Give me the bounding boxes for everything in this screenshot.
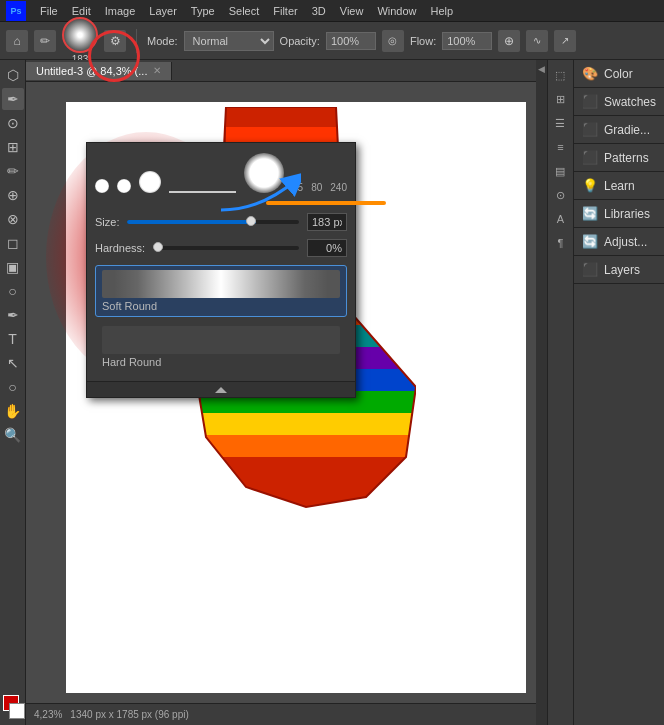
menu-view[interactable]: View: [340, 5, 364, 17]
angle-icon[interactable]: ↗: [554, 30, 576, 52]
brush-tool-icon[interactable]: ✏: [34, 30, 56, 52]
svg-rect-2: [196, 413, 416, 435]
adjustments-icon: 🔄: [582, 234, 598, 249]
patterns-section-header[interactable]: ⬛ Patterns: [574, 144, 664, 171]
smoothing-icon[interactable]: ∿: [526, 30, 548, 52]
eraser-tool[interactable]: ◻: [2, 232, 24, 254]
tab-bar: Untitled-3 @ 84,3% (... ✕: [26, 60, 536, 82]
main-area: ⬡ ✒ ⊙ ⊞ ✏ ⊕ ⊗ ◻ ▣ ○ ✒ T ↖ ○ ✋ 🔍 Untitled…: [0, 60, 664, 725]
mode-select[interactable]: Normal: [184, 31, 274, 51]
healing-tool[interactable]: ⊕: [2, 184, 24, 206]
move-tool[interactable]: ⬡: [2, 64, 24, 86]
panel-collapse-strip[interactable]: ◀: [536, 60, 548, 725]
background-color[interactable]: [9, 703, 25, 719]
canvas-content[interactable]: 15 80 240 Size: Hardness:: [26, 82, 536, 703]
hardness-thumb[interactable]: [153, 242, 163, 252]
menu-help[interactable]: Help: [431, 5, 454, 17]
opacity-input[interactable]: [326, 32, 376, 50]
brush-size-240: 240: [330, 182, 347, 193]
menu-3d[interactable]: 3D: [312, 5, 326, 17]
libraries-label: Libraries: [604, 207, 650, 221]
panel-icon-6[interactable]: ⊙: [549, 184, 571, 206]
panel-icon-strip: ⬚ ⊞ ☰ ≡ ▤ ⊙ A ¶: [548, 60, 574, 725]
brush-size-80: 80: [311, 182, 322, 193]
brush-settings-icon[interactable]: ⚙: [104, 30, 126, 52]
document-tab[interactable]: Untitled-3 @ 84,3% (... ✕: [26, 62, 172, 80]
clone-tool[interactable]: ⊗: [2, 208, 24, 230]
swatches-section: ⬛ Swatches: [574, 88, 664, 116]
patterns-label: Patterns: [604, 151, 649, 165]
learn-label: Learn: [604, 179, 635, 193]
size-slider-thumb[interactable]: [246, 216, 256, 226]
text-tool[interactable]: T: [2, 328, 24, 350]
ps-logo: Ps: [6, 1, 26, 21]
color-section-header[interactable]: 🎨 Color: [574, 60, 664, 87]
learn-icon: 💡: [582, 178, 598, 193]
path-tool[interactable]: ↖: [2, 352, 24, 374]
lasso-tool[interactable]: ⊙: [2, 112, 24, 134]
size-value-input[interactable]: [307, 213, 347, 231]
layers-section-header[interactable]: ⬛ Layers: [574, 256, 664, 283]
menu-layer[interactable]: Layer: [149, 5, 177, 17]
right-panel-container: ◀ ⬚ ⊞ ☰ ≡ ▤ ⊙ A ¶ 🎨 Color ⬛ Swa: [536, 60, 664, 725]
shape-tool[interactable]: ○: [2, 376, 24, 398]
adjustments-section: 🔄 Adjust...: [574, 228, 664, 256]
pen-tool[interactable]: ✒: [2, 304, 24, 326]
libraries-section: 🔄 Libraries: [574, 200, 664, 228]
swatches-section-header[interactable]: ⬛ Swatches: [574, 88, 664, 115]
panel-icon-1[interactable]: ⬚: [549, 64, 571, 86]
menu-window[interactable]: Window: [377, 5, 416, 17]
brush-item-hard-round[interactable]: Hard Round: [95, 321, 347, 373]
gradients-label: Gradie...: [604, 123, 650, 137]
dodge-tool[interactable]: ○: [2, 280, 24, 302]
learn-section-header[interactable]: 💡 Learn: [574, 172, 664, 199]
layers-section: ⬛ Layers: [574, 256, 664, 284]
brush-large-preview: [244, 153, 284, 193]
brush-tool[interactable]: ✒: [2, 88, 24, 110]
hand-tool[interactable]: ✋: [2, 400, 24, 422]
hardness-slider[interactable]: [153, 246, 299, 250]
soft-round-preview: [102, 270, 340, 298]
gradients-section: ⬛ Gradie...: [574, 116, 664, 144]
menu-image[interactable]: Image: [105, 5, 136, 17]
brush-preview-button[interactable]: [62, 17, 98, 53]
color-section: 🎨 Color: [574, 60, 664, 88]
panel-icon-5[interactable]: ▤: [549, 160, 571, 182]
panel-icon-8[interactable]: ¶: [549, 232, 571, 254]
menu-select[interactable]: Select: [229, 5, 260, 17]
popup-bottom: [87, 381, 355, 397]
panel-icon-3[interactable]: ☰: [549, 112, 571, 134]
airbrush-icon[interactable]: ⊕: [498, 30, 520, 52]
adjustments-section-header[interactable]: 🔄 Adjust...: [574, 228, 664, 255]
crop-tool[interactable]: ⊞: [2, 136, 24, 158]
menu-type[interactable]: Type: [191, 5, 215, 17]
brush-small2-preview: [117, 179, 131, 193]
panel-icon-2[interactable]: ⊞: [549, 88, 571, 110]
popup-expand-icon[interactable]: [215, 387, 227, 393]
hardness-label: Hardness:: [95, 242, 145, 254]
gradient-tool[interactable]: ▣: [2, 256, 24, 278]
gradients-section-header[interactable]: ⬛ Gradie...: [574, 116, 664, 143]
panel-icon-7[interactable]: A: [549, 208, 571, 230]
tab-close-icon[interactable]: ✕: [153, 65, 161, 76]
toolbar-top: ⌂ ✏ 183 ⚙ Mode: Normal Opacity: ◎ Flow: …: [0, 22, 664, 60]
size-slider[interactable]: [127, 220, 299, 224]
pressure-icon[interactable]: ◎: [382, 30, 404, 52]
home-icon[interactable]: ⌂: [6, 30, 28, 52]
learn-section: 💡 Learn: [574, 172, 664, 200]
swatches-icon: ⬛: [582, 94, 598, 109]
hardness-value-input[interactable]: [307, 239, 347, 257]
flow-input[interactable]: [442, 32, 492, 50]
size-row: Size:: [87, 209, 355, 235]
zoom-tool[interactable]: 🔍: [2, 424, 24, 446]
eyedropper-tool[interactable]: ✏: [2, 160, 24, 182]
separator: [136, 29, 137, 53]
menu-filter[interactable]: Filter: [273, 5, 297, 17]
brush-item-soft-round[interactable]: Soft Round: [95, 265, 347, 317]
menu-edit[interactable]: Edit: [72, 5, 91, 17]
menu-file[interactable]: File: [40, 5, 58, 17]
panel-icon-4[interactable]: ≡: [549, 136, 571, 158]
libraries-section-header[interactable]: 🔄 Libraries: [574, 200, 664, 227]
swatches-label: Swatches: [604, 95, 656, 109]
collapse-icon: ◀: [536, 64, 546, 74]
